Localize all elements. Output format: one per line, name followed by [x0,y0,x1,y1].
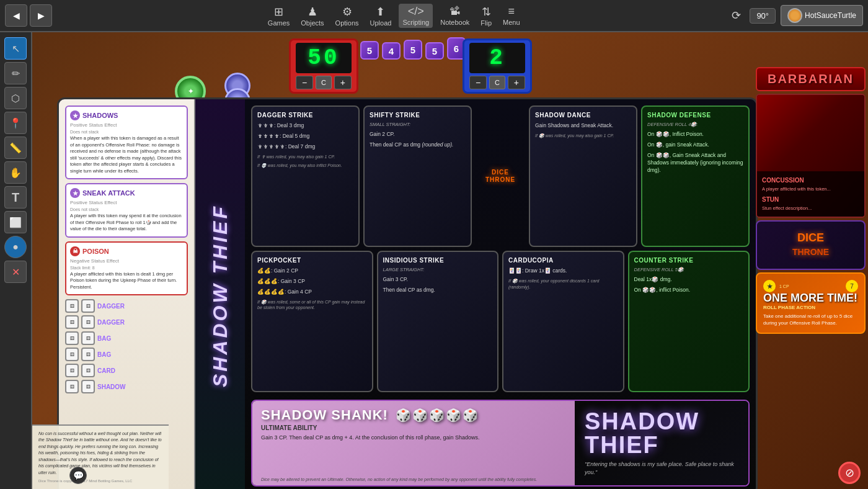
ability-cards-top: DAGGER STRIKE 🗡🗡🗡: Deal 3 dmg 🗡🗡🗡🗡: Deal… [251,105,750,247]
user-avatar [787,8,802,23]
die-sm-1[interactable]: ⚅ [65,299,79,313]
concussion-text: A player afflicted with this token... [762,186,859,193]
pp-line1: 💰💰: Gain 2 CP [257,267,367,275]
shadows-title: ★ SHADOWS [70,110,183,120]
text-tool[interactable]: T [4,186,27,209]
shadows-card: ★ SHADOWS Positive Status Effect Does no… [65,105,188,179]
flip-icon: ⇅ [482,5,491,19]
shadow-thief-name-area: SHADOW THIEF "Entering the shadows is my… [575,401,748,485]
notebook-tool[interactable]: 📽 Notebook [436,4,473,28]
barbarian-art: CONCUSSION A player afflicted with this … [756,94,866,218]
red-minus-btn[interactable]: − [296,76,313,89]
die-sm-10[interactable]: ⚅ [81,364,95,377]
pencil-tool[interactable]: ✏ [4,62,27,84]
scripting-label: Scripting [402,19,429,26]
chat-icon: 💬 [73,470,84,480]
user-badge: HotSauceTurtle [781,5,863,26]
shadow-defense-card[interactable]: SHADOW DEFENSE DEFENSIVE ROLL 4🎲: On 🎲🎲,… [641,105,750,247]
flavor-text: No con is successful without a well thou… [32,424,169,490]
scripting-icon: </> [408,5,424,18]
score-blue: 2 − C + [463,38,532,94]
rotate-tool[interactable]: ⟳ [728,7,745,24]
blue-plus-btn[interactable]: + [508,76,525,89]
pin-tool[interactable]: 📍 [4,112,27,134]
die-sm-11[interactable]: ⚅ [65,380,79,393]
die-sm-5[interactable]: ⚅ [65,331,79,345]
token-tool[interactable]: ● [4,236,27,258]
ultimate-card[interactable]: SHADOW SHANK! 🎲🎲🎲🎲🎲 ULTIMATE ABILITY Gai… [252,401,575,485]
no-action-icon: ⊘ [845,466,854,480]
one-more-time-card[interactable]: ★ 1 CP 7 ONE MORE TIME! ROLL PHASE ACTIO… [756,272,866,334]
flip-tool[interactable]: ⇅ Flip [477,4,495,28]
menu-icon: ≡ [508,5,515,18]
ultimate-header: SHADOW SHANK! 🎲🎲🎲🎲🎲 [261,407,566,423]
insidious-title: INSIDIOUS STRIKE [383,257,493,264]
menu-tool[interactable]: ≡ Menu [499,4,524,28]
forward-button[interactable]: ▶ [30,4,52,27]
die-sm-2[interactable]: ⚅ [81,299,95,313]
card-label: CARD [97,367,115,374]
poison-title: ☠ POISON [70,246,183,256]
toolbar: ◀ ▶ ⊞ Games ♟ Objects ⚙ Options ⬆ Upload… [0,0,868,32]
red-plus-btn[interactable]: + [334,76,352,89]
die-sm-9[interactable]: ⚅ [65,364,79,377]
sd-line2: If 🎲 was rolled, you may also gain 1 CP. [535,133,631,139]
carducopia-card[interactable]: CARDUCOPIA 🃏🃏: Draw 1x🃏 cards. If 🎲 was … [502,251,624,392]
scripting-tool[interactable]: </> Scripting [399,4,433,28]
die-sm-6[interactable]: ⚅ [81,331,95,345]
options-icon: ⚙ [342,5,352,19]
sdef-subtitle: DEFENSIVE ROLL 4🎲: [647,122,743,127]
is-line1: Gain 3 CP. [383,276,493,284]
die-sm-4[interactable]: ⚅ [81,315,95,329]
ruler-tool[interactable]: 📏 [4,137,27,159]
cursor-tool[interactable]: ↖ [4,37,27,60]
sneak-stack: Does not stack [70,207,183,212]
is-line2: Then deal CP as dmg. [383,287,493,294]
menu-label: Menu [503,19,520,26]
flip-label: Flip [480,19,492,27]
blue-clear-btn[interactable]: C [489,76,505,89]
omt-star: ★ [763,280,776,292]
die-sm-7[interactable]: ⚅ [65,348,79,361]
options-label: Options [335,19,359,27]
pickpocket-card[interactable]: PICKPOCKET 💰💰: Gain 2 CP 💰💰💰: Gain 3 CP … [251,251,373,392]
chat-button[interactable]: 💬 [69,467,87,484]
insidious-strike-card[interactable]: INSIDIOUS STRIKE LARGE STRAIGHT: Gain 3 … [377,251,499,392]
upload-tool[interactable]: ⬆ Upload [366,4,396,28]
shapes-tool[interactable]: ⬜ [4,211,27,233]
pickpocket-title: PICKPOCKET [257,257,367,264]
die-sm-12[interactable]: ⚅ [81,380,95,393]
toolbar-tools: ⊞ Games ♟ Objects ⚙ Options ⬆ Upload </>… [60,4,728,28]
delete-tool[interactable]: ✕ [4,261,27,283]
objects-tool[interactable]: ♟ Objects [297,4,327,28]
games-tool[interactable]: ⊞ Games [264,4,293,28]
die-5[interactable]: 5 [425,42,444,60]
die-sm-3[interactable]: ⚅ [65,315,79,329]
shadows-icon: ★ [70,110,80,120]
blue-minus-btn[interactable]: − [469,76,487,89]
die-3[interactable]: 4 [382,42,401,60]
die-sm-8[interactable]: ⚅ [81,348,95,361]
pp-line2: 💰💰💰: Gain 3 CP [257,278,367,285]
rotation-badge: 90° [750,8,776,24]
options-tool[interactable]: ⚙ Options [332,4,363,28]
concussion-title: CONCUSSION [762,176,859,185]
dagger-label-2: DAGGER [97,319,125,326]
omt-text: Take one additional re-roll of up to 5 d… [763,313,858,326]
cs-line2: On 🎲🎲, inflict Poison. [634,287,744,294]
dice-shadow: ⚅ ⚅ SHADOW [65,380,188,393]
shifty-strike-card[interactable]: SHIFTY STRIKE SMALL STRAIGHT: Gain 2 CP.… [363,105,472,247]
counter-strike-card[interactable]: COUNTER STRIKE DEFENSIVE ROLL 5🎲: Deal 1… [628,251,750,392]
objects-icon: ♟ [308,5,317,19]
red-clear-btn[interactable]: C [316,76,332,89]
red-score-value: 50 [296,43,352,73]
stamp-tool[interactable]: ⬡ [4,87,27,109]
dagger-strike-card[interactable]: DAGGER STRIKE 🗡🗡🗡: Deal 3 dmg 🗡🗡🗡🗡: Deal… [251,105,360,247]
hand-tool[interactable]: ✋ [4,161,27,184]
die-2[interactable]: 5 [360,41,379,60]
cards-area: DAGGER STRIKE 🗡🗡🗡: Deal 3 dmg 🗡🗡🗡🗡: Deal… [245,99,756,489]
die-4[interactable]: 5 [404,40,422,60]
shadow-dance-title: SHADOW DANCE [535,112,631,119]
back-button[interactable]: ◀ [5,4,27,27]
shadow-dance-card[interactable]: SHADOW DANCE Gain Shadows and Sneak Atta… [529,105,637,247]
